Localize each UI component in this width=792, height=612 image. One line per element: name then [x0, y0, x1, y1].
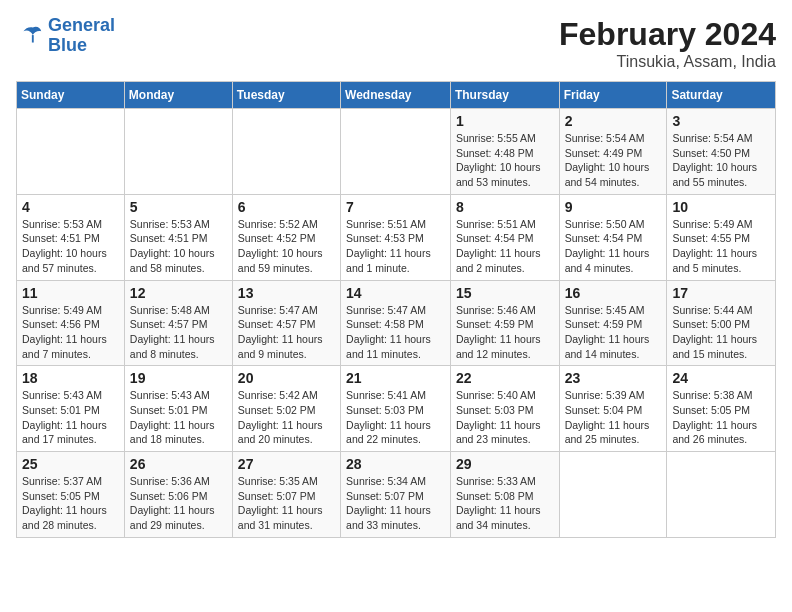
day-number: 25: [22, 456, 119, 472]
calendar-cell: 20Sunrise: 5:42 AMSunset: 5:02 PMDayligh…: [232, 366, 340, 452]
calendar-cell: [559, 452, 667, 538]
calendar-week-5: 25Sunrise: 5:37 AMSunset: 5:05 PMDayligh…: [17, 452, 776, 538]
col-header-sunday: Sunday: [17, 82, 125, 109]
calendar-title: February 2024: [559, 16, 776, 53]
day-info: Sunrise: 5:37 AMSunset: 5:05 PMDaylight:…: [22, 474, 119, 533]
calendar-cell: 6Sunrise: 5:52 AMSunset: 4:52 PMDaylight…: [232, 194, 340, 280]
day-number: 14: [346, 285, 445, 301]
calendar-cell: 17Sunrise: 5:44 AMSunset: 5:00 PMDayligh…: [667, 280, 776, 366]
calendar-subtitle: Tinsukia, Assam, India: [559, 53, 776, 71]
day-info: Sunrise: 5:47 AMSunset: 4:57 PMDaylight:…: [238, 303, 335, 362]
calendar-cell: 28Sunrise: 5:34 AMSunset: 5:07 PMDayligh…: [341, 452, 451, 538]
day-number: 1: [456, 113, 554, 129]
day-info: Sunrise: 5:40 AMSunset: 5:03 PMDaylight:…: [456, 388, 554, 447]
calendar-cell: 16Sunrise: 5:45 AMSunset: 4:59 PMDayligh…: [559, 280, 667, 366]
day-info: Sunrise: 5:54 AMSunset: 4:49 PMDaylight:…: [565, 131, 662, 190]
calendar-cell: 21Sunrise: 5:41 AMSunset: 5:03 PMDayligh…: [341, 366, 451, 452]
day-number: 4: [22, 199, 119, 215]
logo-line2: Blue: [48, 35, 87, 55]
day-info: Sunrise: 5:38 AMSunset: 5:05 PMDaylight:…: [672, 388, 770, 447]
calendar-cell: 13Sunrise: 5:47 AMSunset: 4:57 PMDayligh…: [232, 280, 340, 366]
calendar-cell: 25Sunrise: 5:37 AMSunset: 5:05 PMDayligh…: [17, 452, 125, 538]
day-number: 17: [672, 285, 770, 301]
day-info: Sunrise: 5:39 AMSunset: 5:04 PMDaylight:…: [565, 388, 662, 447]
day-info: Sunrise: 5:34 AMSunset: 5:07 PMDaylight:…: [346, 474, 445, 533]
calendar-cell: 2Sunrise: 5:54 AMSunset: 4:49 PMDaylight…: [559, 109, 667, 195]
day-info: Sunrise: 5:53 AMSunset: 4:51 PMDaylight:…: [22, 217, 119, 276]
calendar-cell: 23Sunrise: 5:39 AMSunset: 5:04 PMDayligh…: [559, 366, 667, 452]
day-number: 20: [238, 370, 335, 386]
day-info: Sunrise: 5:54 AMSunset: 4:50 PMDaylight:…: [672, 131, 770, 190]
calendar-cell: 14Sunrise: 5:47 AMSunset: 4:58 PMDayligh…: [341, 280, 451, 366]
calendar-table: SundayMondayTuesdayWednesdayThursdayFrid…: [16, 81, 776, 538]
calendar-cell: [124, 109, 232, 195]
calendar-cell: 26Sunrise: 5:36 AMSunset: 5:06 PMDayligh…: [124, 452, 232, 538]
calendar-cell: 8Sunrise: 5:51 AMSunset: 4:54 PMDaylight…: [450, 194, 559, 280]
col-header-thursday: Thursday: [450, 82, 559, 109]
day-info: Sunrise: 5:41 AMSunset: 5:03 PMDaylight:…: [346, 388, 445, 447]
day-number: 23: [565, 370, 662, 386]
day-info: Sunrise: 5:49 AMSunset: 4:56 PMDaylight:…: [22, 303, 119, 362]
day-info: Sunrise: 5:55 AMSunset: 4:48 PMDaylight:…: [456, 131, 554, 190]
calendar-cell: 3Sunrise: 5:54 AMSunset: 4:50 PMDaylight…: [667, 109, 776, 195]
calendar-week-4: 18Sunrise: 5:43 AMSunset: 5:01 PMDayligh…: [17, 366, 776, 452]
day-number: 8: [456, 199, 554, 215]
day-number: 10: [672, 199, 770, 215]
day-number: 11: [22, 285, 119, 301]
calendar-cell: 5Sunrise: 5:53 AMSunset: 4:51 PMDaylight…: [124, 194, 232, 280]
day-number: 29: [456, 456, 554, 472]
day-number: 13: [238, 285, 335, 301]
calendar-cell: 4Sunrise: 5:53 AMSunset: 4:51 PMDaylight…: [17, 194, 125, 280]
logo-text: General Blue: [48, 16, 115, 56]
col-header-tuesday: Tuesday: [232, 82, 340, 109]
day-info: Sunrise: 5:42 AMSunset: 5:02 PMDaylight:…: [238, 388, 335, 447]
day-info: Sunrise: 5:44 AMSunset: 5:00 PMDaylight:…: [672, 303, 770, 362]
calendar-week-2: 4Sunrise: 5:53 AMSunset: 4:51 PMDaylight…: [17, 194, 776, 280]
day-info: Sunrise: 5:35 AMSunset: 5:07 PMDaylight:…: [238, 474, 335, 533]
day-number: 28: [346, 456, 445, 472]
day-info: Sunrise: 5:47 AMSunset: 4:58 PMDaylight:…: [346, 303, 445, 362]
col-header-monday: Monday: [124, 82, 232, 109]
logo-line1: General: [48, 15, 115, 35]
day-number: 7: [346, 199, 445, 215]
day-info: Sunrise: 5:33 AMSunset: 5:08 PMDaylight:…: [456, 474, 554, 533]
calendar-cell: [341, 109, 451, 195]
calendar-week-3: 11Sunrise: 5:49 AMSunset: 4:56 PMDayligh…: [17, 280, 776, 366]
calendar-cell: 27Sunrise: 5:35 AMSunset: 5:07 PMDayligh…: [232, 452, 340, 538]
page-header: General Blue February 2024 Tinsukia, Ass…: [16, 16, 776, 71]
calendar-cell: [232, 109, 340, 195]
day-number: 19: [130, 370, 227, 386]
day-number: 5: [130, 199, 227, 215]
day-number: 16: [565, 285, 662, 301]
day-number: 2: [565, 113, 662, 129]
day-info: Sunrise: 5:43 AMSunset: 5:01 PMDaylight:…: [130, 388, 227, 447]
day-number: 18: [22, 370, 119, 386]
calendar-cell: 24Sunrise: 5:38 AMSunset: 5:05 PMDayligh…: [667, 366, 776, 452]
day-number: 21: [346, 370, 445, 386]
day-number: 15: [456, 285, 554, 301]
day-number: 22: [456, 370, 554, 386]
calendar-week-1: 1Sunrise: 5:55 AMSunset: 4:48 PMDaylight…: [17, 109, 776, 195]
day-number: 3: [672, 113, 770, 129]
calendar-cell: 19Sunrise: 5:43 AMSunset: 5:01 PMDayligh…: [124, 366, 232, 452]
title-block: February 2024 Tinsukia, Assam, India: [559, 16, 776, 71]
day-number: 27: [238, 456, 335, 472]
day-number: 12: [130, 285, 227, 301]
day-number: 9: [565, 199, 662, 215]
day-info: Sunrise: 5:45 AMSunset: 4:59 PMDaylight:…: [565, 303, 662, 362]
day-info: Sunrise: 5:50 AMSunset: 4:54 PMDaylight:…: [565, 217, 662, 276]
day-number: 6: [238, 199, 335, 215]
calendar-cell: 22Sunrise: 5:40 AMSunset: 5:03 PMDayligh…: [450, 366, 559, 452]
day-info: Sunrise: 5:48 AMSunset: 4:57 PMDaylight:…: [130, 303, 227, 362]
calendar-cell: 1Sunrise: 5:55 AMSunset: 4:48 PMDaylight…: [450, 109, 559, 195]
col-header-saturday: Saturday: [667, 82, 776, 109]
day-info: Sunrise: 5:51 AMSunset: 4:54 PMDaylight:…: [456, 217, 554, 276]
day-number: 24: [672, 370, 770, 386]
day-info: Sunrise: 5:51 AMSunset: 4:53 PMDaylight:…: [346, 217, 445, 276]
day-info: Sunrise: 5:43 AMSunset: 5:01 PMDaylight:…: [22, 388, 119, 447]
logo-icon: [16, 22, 44, 50]
calendar-cell: 29Sunrise: 5:33 AMSunset: 5:08 PMDayligh…: [450, 452, 559, 538]
col-header-friday: Friday: [559, 82, 667, 109]
day-number: 26: [130, 456, 227, 472]
calendar-cell: 11Sunrise: 5:49 AMSunset: 4:56 PMDayligh…: [17, 280, 125, 366]
